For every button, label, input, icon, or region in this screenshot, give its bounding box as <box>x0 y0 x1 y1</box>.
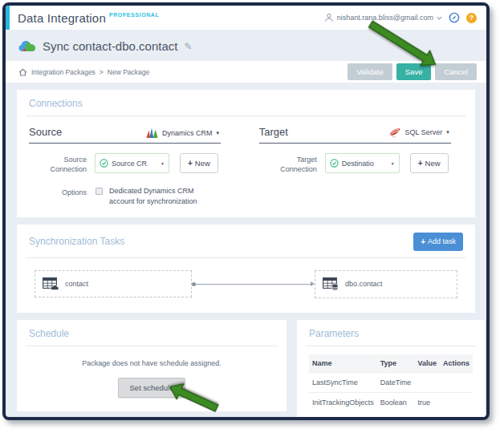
param-name: LastSyncTime <box>309 372 377 392</box>
dedicated-account-checkbox[interactable] <box>96 188 103 195</box>
connections-panel-title: Connections <box>29 98 463 109</box>
parameters-panel: Parameters Name Type Value Actions LastS <box>297 320 485 420</box>
target-task-node[interactable]: dbo.contact <box>315 270 457 298</box>
scribe-cloud-logo-icon <box>18 40 36 52</box>
param-name: InitTrackingObjects <box>309 392 377 412</box>
options-label: Options <box>29 186 87 198</box>
plus-icon: + <box>418 159 423 168</box>
select-caret-icon: ▼ <box>391 161 395 166</box>
target-entity-name: dbo.contact <box>345 280 383 288</box>
top-header: Data Integration PROFESSIONAL nishant.ra… <box>6 6 486 30</box>
parameter-row: LastSyncTime DateTime <box>309 372 473 392</box>
page-title: Sync contact-dbo.contact <box>43 39 177 53</box>
source-new-connection-button[interactable]: + New <box>180 153 218 173</box>
target-connection-value: Destinatio <box>342 160 374 168</box>
sync-tasks-panel-title: Synchronization Tasks <box>29 236 124 247</box>
plus-icon: + <box>421 237 425 246</box>
plus-icon: + <box>188 159 193 168</box>
caret-down-icon: ▾ <box>216 130 219 136</box>
param-type: DateTime <box>377 372 415 392</box>
param-actions <box>440 392 473 412</box>
task-connector <box>192 281 315 286</box>
target-table-database-icon <box>323 277 339 291</box>
check-circle-icon <box>100 159 108 168</box>
schedule-panel: Schedule Package does not have schedule … <box>17 320 287 411</box>
app-title: Data Integration <box>18 11 106 25</box>
param-value <box>414 372 440 392</box>
param-actions <box>440 372 473 392</box>
app-window: Data Integration PROFESSIONAL nishant.ra… <box>2 2 490 420</box>
breadcrumb-new-package: New Package <box>108 68 149 76</box>
new-button-label: New <box>195 159 210 168</box>
source-connection-value: Source CR <box>112 160 147 168</box>
add-task-button[interactable]: + Add task <box>413 233 463 251</box>
breadcrumb-separator: > <box>100 68 104 76</box>
target-new-connection-button[interactable]: + New <box>410 153 449 173</box>
source-entity-name: contact <box>65 280 88 288</box>
source-connector-dropdown[interactable]: Dynamics CRM ▾ <box>146 127 219 138</box>
add-task-label: Add task <box>428 237 456 245</box>
schedule-panel-title: Schedule <box>29 328 274 339</box>
col-value: Value <box>414 354 440 373</box>
schedule-empty-message: Package does not have schedule assigned. <box>29 359 274 367</box>
select-caret-icon: ▼ <box>161 161 165 166</box>
param-value: true <box>414 392 440 412</box>
col-actions: Actions <box>440 354 473 373</box>
parameter-row: InitTrackingObjects Boolean true <box>309 392 473 412</box>
caret-down-icon: ▾ <box>446 129 449 136</box>
set-schedule-button[interactable]: Set schedule <box>118 378 186 398</box>
connections-panel: Connections Source Dynamics CRM <box>17 90 475 217</box>
page-title-row: Sync contact-dbo.contact ✎ <box>6 30 486 61</box>
cancel-button[interactable]: Cancel <box>435 63 477 80</box>
divider <box>306 346 476 346</box>
sync-tasks-panel: Synchronization Tasks + Add task <box>17 225 475 313</box>
target-connection-select[interactable]: Destinatio ▼ <box>325 153 400 173</box>
dynamics-crm-icon <box>146 127 158 138</box>
parameters-panel-title: Parameters <box>309 328 473 339</box>
home-icon[interactable] <box>18 68 27 76</box>
compass-icon[interactable] <box>449 12 460 23</box>
divider <box>26 257 466 258</box>
breadcrumb-bar: Integration Packages > New Package Valid… <box>6 61 486 83</box>
edit-title-icon[interactable]: ✎ <box>184 41 192 52</box>
source-task-node[interactable]: contact <box>35 270 192 297</box>
source-connection-select[interactable]: Source CR ▼ <box>95 153 169 173</box>
col-name: Name <box>309 354 377 373</box>
user-email: nishant.rana.bliss@gmail.com <box>337 14 433 22</box>
target-section-label: Target <box>259 126 288 138</box>
divider <box>26 346 278 346</box>
col-type: Type <box>377 354 415 373</box>
breadcrumb: Integration Packages > New Package <box>18 68 149 76</box>
help-icon[interactable]: ? <box>466 13 477 23</box>
connector-line <box>196 284 311 285</box>
target-connector-dropdown[interactable]: SQL Server ▾ <box>388 127 449 138</box>
param-type: Boolean <box>377 392 415 412</box>
edition-badge: PROFESSIONAL <box>109 12 159 18</box>
source-connection-label: Source Connection <box>29 153 87 174</box>
source-connector-name: Dynamics CRM <box>162 129 213 137</box>
target-connection-label: Target Connection <box>259 153 317 174</box>
target-connector-name: SQL Server <box>405 128 443 136</box>
user-icon <box>324 13 334 22</box>
sql-server-icon <box>388 127 401 138</box>
breadcrumb-integration-packages[interactable]: Integration Packages <box>31 68 96 76</box>
source-section-label: Source <box>29 126 62 138</box>
save-button[interactable]: Save <box>396 63 432 80</box>
dedicated-account-checkbox-label: Dedicated Dynamics CRM account for synch… <box>109 186 209 206</box>
parameters-header-row: Name Type Value Actions <box>309 354 473 373</box>
parameters-table: Name Type Value Actions LastSyncTime Dat… <box>309 354 473 412</box>
validate-button[interactable]: Validate <box>348 63 392 80</box>
source-table-cloud-icon <box>43 277 59 290</box>
new-button-label: New <box>425 159 441 168</box>
chevron-down-icon <box>437 16 442 20</box>
user-menu[interactable]: nishant.rana.bliss@gmail.com <box>324 13 442 22</box>
check-circle-icon <box>330 159 339 168</box>
